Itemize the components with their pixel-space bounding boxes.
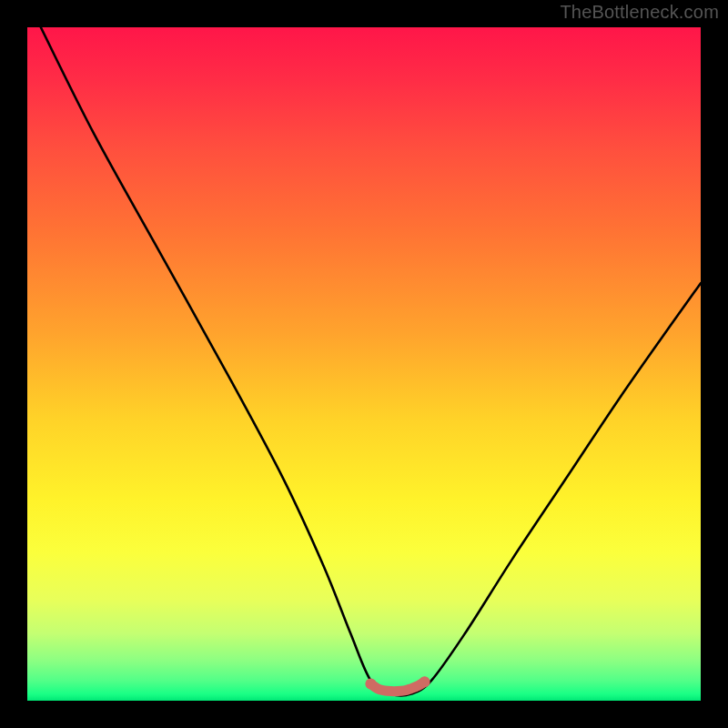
curve-layer (27, 27, 701, 701)
bottleneck-curve-path (41, 27, 701, 695)
plot-area (27, 27, 701, 701)
watermark-label: TheBottleneck.com (560, 2, 719, 23)
flat-bottom-marker-end (420, 676, 430, 687)
flat-bottom-marker-path (370, 682, 424, 691)
flat-bottom-marker-start (365, 679, 376, 690)
chart-frame: TheBottleneck.com (0, 0, 728, 728)
